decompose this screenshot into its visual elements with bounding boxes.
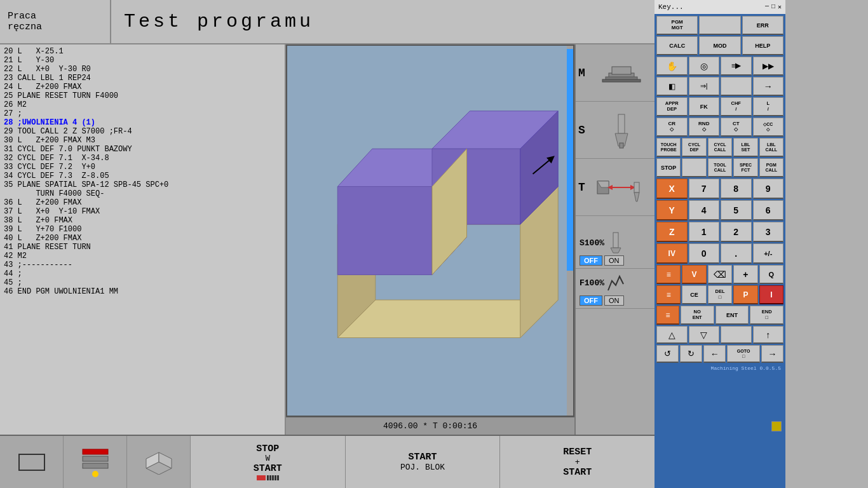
goto-key[interactable]: GOTO□ bbox=[727, 345, 760, 363]
s-speed-control[interactable]: S100% OFF ON bbox=[576, 229, 654, 269]
num-5-key[interactable]: 5 bbox=[721, 200, 752, 220]
close-icon[interactable]: ✕ bbox=[778, 3, 782, 11]
s-on-button[interactable]: ON bbox=[604, 255, 624, 266]
end-key[interactable]: END□ bbox=[750, 306, 783, 325]
stop-start-button[interactable]: STOP W START bbox=[191, 436, 346, 488]
fast-fwd-key[interactable]: ▶▶ bbox=[753, 57, 784, 76]
plus-key[interactable]: + bbox=[733, 265, 757, 284]
hand-icon-key[interactable]: ✋ bbox=[656, 57, 688, 76]
no-ent-key[interactable]: NOENT bbox=[681, 306, 714, 325]
plusminus-key[interactable]: +/- bbox=[753, 243, 784, 264]
chf-key[interactable]: CHF/ bbox=[721, 97, 752, 116]
reset-start-button[interactable]: RESET + START bbox=[500, 436, 654, 488]
arrow-right-key2[interactable]: → bbox=[761, 345, 783, 363]
up-triangle-key[interactable]: △ bbox=[656, 326, 688, 344]
mod-key[interactable]: MOD bbox=[699, 36, 740, 55]
svg-rect-19 bbox=[620, 143, 623, 148]
y-key[interactable]: Y bbox=[656, 200, 688, 220]
f-on-button[interactable]: ON bbox=[604, 295, 624, 306]
arrow-up-key[interactable]: ↑ bbox=[753, 326, 784, 344]
blank-key-2[interactable] bbox=[721, 77, 752, 96]
num-8-key[interactable]: 8 bbox=[721, 179, 752, 199]
btn-3[interactable] bbox=[127, 436, 191, 488]
blank-key-3[interactable] bbox=[682, 158, 706, 177]
cycl-call-key[interactable]: CYCLCALL bbox=[708, 138, 732, 157]
rotate-ccw-key[interactable]: ↺ bbox=[656, 345, 679, 363]
arrow-left-key[interactable]: ← bbox=[703, 345, 726, 363]
code-line: 34 CYCL DEF 7.3 Z-8.05 bbox=[4, 172, 281, 180]
backspace-key[interactable]: ⌫ bbox=[708, 265, 732, 284]
calc-key[interactable]: CALC bbox=[656, 36, 698, 55]
list-arrow-key[interactable]: ≡▶ bbox=[721, 57, 752, 76]
i-key[interactable]: I bbox=[759, 285, 783, 304]
dot-key[interactable]: . bbox=[721, 243, 752, 264]
arrow-right-key1[interactable]: → bbox=[753, 77, 784, 96]
help-key[interactable]: HELP bbox=[742, 36, 783, 55]
btn-1[interactable] bbox=[0, 436, 64, 488]
num-4-key[interactable]: 4 bbox=[689, 200, 720, 220]
code-line: 23 CALL LBL 1 REP24 bbox=[4, 74, 281, 83]
iv-key[interactable]: IV bbox=[656, 243, 688, 264]
cr-key[interactable]: CR◇ bbox=[656, 118, 688, 137]
num-2-key[interactable]: 2 bbox=[721, 222, 752, 242]
svg-rect-27 bbox=[613, 233, 618, 248]
stop-key[interactable]: STOP bbox=[656, 158, 681, 177]
f-speed-control[interactable]: F100% OFF ON bbox=[576, 269, 654, 309]
tool-call-key[interactable]: TOOLCALL bbox=[708, 158, 732, 177]
arrow-bar-key[interactable]: ⇒| bbox=[689, 77, 720, 96]
down-triangle-key[interactable]: ▽ bbox=[689, 326, 720, 344]
pgm-mgt-key[interactable]: PGMMGT bbox=[656, 16, 698, 35]
appr-dep-key[interactable]: APPRDEP bbox=[656, 97, 688, 116]
blank-key-1[interactable] bbox=[699, 16, 740, 35]
ent-key[interactable]: ENT bbox=[715, 306, 749, 325]
cycl-def-key[interactable]: CYCLDEF bbox=[682, 138, 706, 157]
num-3-key[interactable]: 3 bbox=[753, 222, 784, 242]
code-line: 38 L Z+0 FMAX bbox=[4, 216, 281, 225]
start-poj-blok-button[interactable]: START POJ. BLOK bbox=[346, 436, 501, 488]
code-line: 28 ;UWOLNIENIA 4 (1) bbox=[4, 118, 281, 127]
maximize-icon[interactable]: □ bbox=[771, 3, 775, 11]
svg-rect-29 bbox=[19, 454, 44, 470]
minimize-icon[interactable]: ─ bbox=[765, 3, 769, 11]
blank-key-4[interactable] bbox=[721, 326, 752, 344]
p-key[interactable]: P bbox=[733, 285, 757, 304]
code-line: 26 M2 bbox=[4, 100, 281, 109]
spec-fct-key[interactable]: SPECFCT bbox=[733, 158, 757, 177]
f-off-button[interactable]: OFF bbox=[580, 295, 602, 306]
z-key[interactable]: Z bbox=[656, 222, 688, 242]
lbl-call-key[interactable]: LBLCALL bbox=[759, 138, 783, 157]
num-7-key[interactable]: 7 bbox=[689, 179, 720, 199]
rnd-key[interactable]: RND◇ bbox=[689, 118, 720, 137]
ce-key[interactable]: CE bbox=[682, 285, 706, 304]
split-icon-key[interactable]: ◧ bbox=[656, 77, 688, 96]
svg-rect-16 bbox=[602, 79, 641, 82]
btn-2[interactable] bbox=[64, 436, 127, 488]
pgm-call-key[interactable]: PGMCALL bbox=[759, 158, 783, 177]
num-0-key[interactable]: 0 bbox=[689, 243, 720, 264]
s-control-section: S bbox=[576, 102, 654, 159]
v-key[interactable]: V bbox=[682, 265, 706, 284]
err-key[interactable]: ERR bbox=[742, 16, 783, 35]
praca-label-line2: ręczna bbox=[8, 22, 102, 32]
l-key[interactable]: L/ bbox=[753, 97, 784, 116]
lbl-set-key[interactable]: LBLSET bbox=[733, 138, 757, 157]
fk-key[interactable]: FK bbox=[689, 97, 720, 116]
x-key[interactable]: X bbox=[656, 179, 688, 199]
list-key1[interactable]: ≡ bbox=[656, 265, 681, 284]
num-9-key[interactable]: 9 bbox=[753, 179, 784, 199]
touch-probe-key[interactable]: TOUCHPROBE bbox=[656, 138, 681, 157]
num-6-key[interactable]: 6 bbox=[753, 200, 784, 220]
num-1-key[interactable]: 1 bbox=[689, 222, 720, 242]
del-key[interactable]: DEL□ bbox=[708, 285, 732, 304]
start-label: START bbox=[409, 452, 437, 463]
q-key[interactable]: Q bbox=[759, 265, 783, 284]
s-off-button[interactable]: OFF bbox=[580, 255, 602, 266]
ct-key[interactable]: CT◇ bbox=[721, 118, 752, 137]
list-key2[interactable]: ≡ bbox=[656, 285, 681, 304]
list-key3[interactable]: ≡ bbox=[656, 306, 679, 325]
svg-marker-28 bbox=[611, 248, 621, 253]
rotate-cw-key[interactable]: ↻ bbox=[680, 345, 702, 363]
s-speed-label: S100% bbox=[580, 238, 604, 248]
cc-key[interactable]: ◇CC◇ bbox=[753, 118, 784, 137]
circle-icon-key[interactable]: ◎ bbox=[689, 57, 720, 76]
